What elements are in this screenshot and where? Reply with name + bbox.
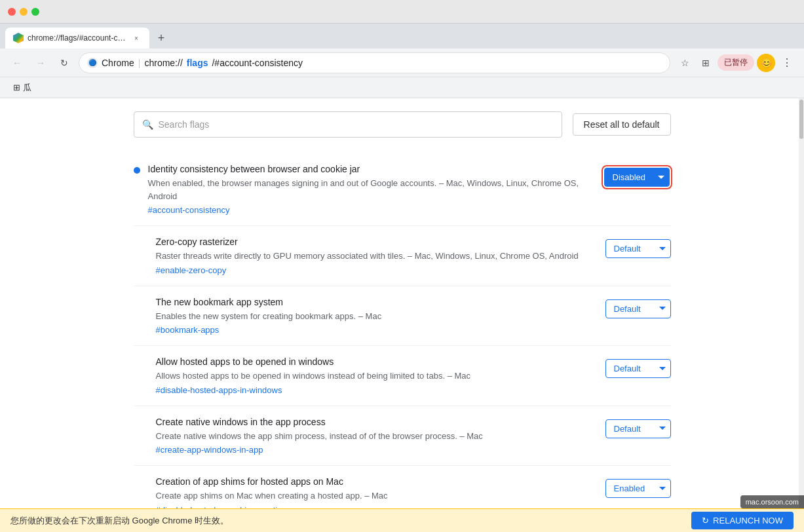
notification-message: 您所做的更改会在下次重新启动 Google Chrome 时生效。 [10, 515, 229, 527]
flag-description: Create native windows the app shim proce… [156, 430, 595, 443]
tab-close-button[interactable]: × [131, 33, 142, 43]
flag-item-left: Identity consistency between browser and… [134, 164, 592, 215]
active-tab[interactable]: chrome://flags/#account-cons × [5, 28, 149, 48]
flag-info: Zero-copy rasterizerRaster threads write… [156, 237, 595, 275]
flag-select-app-shim-creation[interactable]: DefaultDisabledEnabled [605, 479, 671, 498]
flag-spacer [134, 417, 148, 455]
flag-item: Identity consistency between browser and… [134, 153, 671, 226]
address-url-prefix: chrome:// [144, 58, 182, 68]
profile-button[interactable]: 😊 [757, 54, 775, 72]
flag-item-left: The new bookmark app systemEnables the n… [134, 297, 595, 335]
flag-select-wrapper: DefaultDisabledEnabled [605, 239, 671, 258]
flag-select-wrapper: DefaultDisabledEnabled [605, 359, 671, 378]
paused-button[interactable]: 已暂停 [718, 54, 754, 71]
flag-title: Creation of app shims for hosted apps on… [156, 476, 595, 487]
flag-spacer [134, 476, 148, 508]
flag-anchor-link[interactable]: #enable-zero-copy [156, 265, 595, 275]
back-button[interactable]: ← [8, 54, 26, 72]
flag-select-app-windows-process[interactable]: DefaultDisabledEnabled [605, 419, 671, 438]
flag-description: Create app shims on Mac when creating a … [156, 489, 595, 503]
flag-spacer [134, 356, 148, 395]
flag-select-wrapper: DefaultDisabledEnabled [605, 479, 671, 498]
search-box[interactable]: 🔍 Search flags [134, 111, 562, 138]
flag-description: Enables the new system for creating book… [156, 310, 595, 323]
relaunch-label: RELAUNCH NOW [713, 516, 783, 525]
address-url-suffix: /#account-consistency [212, 58, 303, 68]
title-bar [0, 0, 804, 24]
watermark: mac.orsoon.com [740, 495, 804, 508]
flag-spacer [134, 297, 148, 335]
star-button[interactable]: ☆ [676, 54, 694, 72]
flag-spacer [134, 237, 148, 275]
flag-select-zero-copy[interactable]: DefaultDisabledEnabled [605, 239, 671, 258]
flag-item-left: Create native windows in the app process… [134, 417, 595, 455]
flag-select-wrapper: DefaultDisabledEnabled [605, 299, 671, 318]
flag-anchor-link[interactable]: #disable-hosted-apps-in-windows [156, 385, 595, 395]
flag-description: When enabled, the browser manages signin… [148, 177, 592, 202]
flag-select-wrapper: DefaultDisabledEnabled [605, 419, 671, 438]
tab-favicon [13, 33, 24, 43]
reset-all-button[interactable]: Reset all to default [573, 113, 671, 136]
flag-info: Create native windows in the app process… [156, 417, 595, 455]
reload-button[interactable]: ↻ [55, 54, 73, 72]
new-tab-button[interactable]: + [152, 29, 170, 47]
flag-info: Creation of app shims for hosted apps on… [156, 476, 595, 508]
address-site-label: Chrome [102, 58, 134, 68]
flag-anchor-link[interactable]: #account-consistency [148, 205, 592, 215]
site-icon: 🔵 [87, 58, 98, 68]
minimize-button[interactable] [20, 8, 28, 16]
flag-active-dot [134, 167, 140, 174]
bottom-notification-bar: 您所做的更改会在下次重新启动 Google Chrome 时生效。 ↻ RELA… [0, 508, 804, 532]
maximize-button[interactable] [31, 8, 39, 16]
flag-item-left: Allow hosted apps to be opened in window… [134, 356, 595, 395]
flag-title: The new bookmark app system [156, 297, 595, 307]
scrollbar[interactable] [799, 98, 804, 508]
flag-anchor-link[interactable]: #bookmark-apps [156, 325, 595, 335]
flag-item: The new bookmark app systemEnables the n… [134, 286, 671, 347]
flag-control: DefaultDisabledEnabled [605, 479, 671, 498]
flag-title-highlight: Identity consistency between browser and… [148, 164, 360, 174]
flag-item: Zero-copy rasterizerRaster threads write… [134, 226, 671, 286]
flag-title: Zero-copy rasterizer [156, 237, 595, 247]
bookmarks-bar: ⊞ 瓜 [0, 77, 804, 98]
flag-item: Allow hosted apps to be opened in window… [134, 346, 671, 406]
flag-description: Raster threads write directly to GPU mem… [156, 250, 595, 263]
nav-bar: ← → ↻ 🔵 Chrome | chrome://flags/#account… [0, 48, 804, 77]
address-url-bold: flags [187, 58, 208, 68]
flag-item-left: Creation of app shims for hosted apps on… [134, 476, 595, 508]
flag-item: Create native windows in the app process… [134, 406, 671, 466]
search-area: 🔍 Search flags Reset all to default [134, 111, 671, 138]
relaunch-button[interactable]: ↻ RELAUNCH NOW [691, 512, 794, 529]
search-icon: 🔍 [142, 119, 153, 130]
relaunch-icon: ↻ [702, 516, 709, 525]
apps-button[interactable]: ⊞ 瓜 [8, 79, 37, 96]
scrollbar-thumb[interactable] [799, 100, 803, 139]
flag-control: DefaultDisabledEnabled [603, 166, 671, 188]
flag-info: Allow hosted apps to be opened in window… [156, 356, 595, 395]
flag-item-left: Zero-copy rasterizerRaster threads write… [134, 237, 595, 275]
flag-title: Allow hosted apps to be opened in window… [156, 356, 595, 367]
flags-list: Identity consistency between browser and… [134, 153, 671, 508]
flag-description: Allows hosted apps to be opened in windo… [156, 370, 595, 383]
flag-control: DefaultDisabledEnabled [605, 239, 671, 258]
flag-anchor-link[interactable]: #create-app-windows-in-app [156, 445, 595, 455]
flag-title: Identity consistency between browser and… [148, 164, 592, 174]
flag-control: DefaultDisabledEnabled [605, 359, 671, 378]
tab-title: chrome://flags/#account-cons [28, 33, 127, 43]
menu-button[interactable]: ⋮ [778, 54, 796, 72]
apps-icon: ⊞ [13, 83, 20, 92]
flag-select-wrapper: DefaultDisabledEnabled [603, 166, 671, 188]
flag-control: DefaultDisabledEnabled [605, 299, 671, 318]
close-button[interactable] [8, 8, 16, 16]
flag-select-bookmark-apps[interactable]: DefaultDisabledEnabled [605, 299, 671, 318]
main-content: 🔍 Search flags Reset all to default Iden… [0, 98, 804, 508]
extensions-button[interactable]: ⊞ [697, 54, 715, 72]
flag-title: Create native windows in the app process [156, 417, 595, 427]
flag-select-hosted-apps-windows[interactable]: DefaultDisabledEnabled [605, 359, 671, 378]
flag-select-account-consistency[interactable]: DefaultDisabledEnabled [604, 168, 670, 187]
apps-label: 瓜 [23, 82, 31, 94]
tab-bar: chrome://flags/#account-cons × + [0, 24, 804, 48]
address-bar[interactable]: 🔵 Chrome | chrome://flags/#account-consi… [79, 52, 670, 73]
search-placeholder: Search flags [159, 119, 210, 130]
forward-button[interactable]: → [31, 54, 50, 72]
